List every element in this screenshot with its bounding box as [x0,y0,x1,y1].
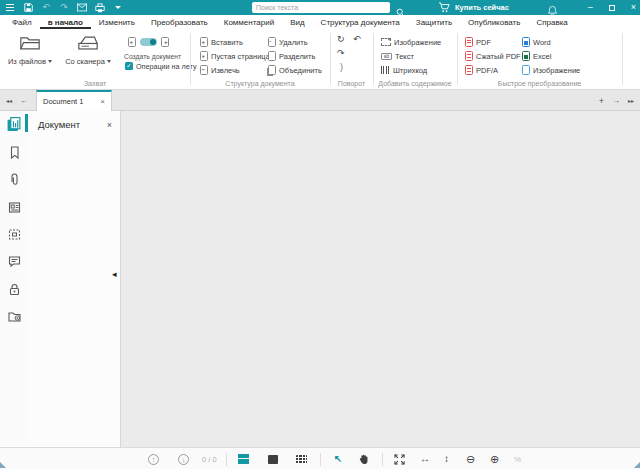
undo-icon[interactable]: ↶ [41,2,51,13]
buy-now-label: Купить сейчас [455,3,509,12]
add-barcode-button[interactable]: Штрихкод [381,64,427,76]
fit-width-icon[interactable]: ↔ [420,448,430,469]
sidebar-item-comments[interactable] [0,249,28,273]
rotate-right-icon[interactable]: ↷ [337,49,345,58]
continuous-view-button[interactable] [238,448,249,469]
merge-document-button[interactable]: Объединить [268,64,322,76]
menu-doc-structure[interactable]: Структура документа [313,15,408,29]
scroll-tabs-start-icon[interactable]: ◂◂ [2,97,16,104]
create-document-switch[interactable] [140,38,157,46]
checkbox-checked-icon: ✓ [125,62,133,70]
window-controls: – × [588,0,636,15]
convert-pdfa-button[interactable]: PDF/A [465,64,498,76]
resize-grip-left[interactable] [0,462,6,468]
quick-access-buttons: ↶ ↷ [5,0,123,15]
minimize-icon[interactable]: – [588,3,593,12]
menu-protect[interactable]: Защитить [408,15,460,29]
convert-compressed-pdf-button[interactable]: Сжатый PDF [465,50,521,62]
from-files-label: Из файлов [8,57,46,66]
create-document-toggle[interactable]: + + [128,36,169,48]
lock-icon [7,282,22,297]
rotate-ccw-icon[interactable]: ↶ [353,35,361,44]
menu-file[interactable]: Файл [4,15,40,29]
sidebar-item-form-fields[interactable] [0,222,28,246]
single-page-view-button[interactable] [268,448,278,469]
comment-icon [7,254,22,269]
rotate-cw-icon[interactable]: ↻ [337,35,345,44]
page-merge-icon [268,65,276,75]
document-view[interactable] [121,111,640,447]
convert-image-button[interactable]: Изображение [522,64,580,76]
compressed-pdf-file-icon [465,51,473,61]
close-window-icon[interactable]: × [631,3,636,12]
print-icon[interactable] [95,2,105,13]
fullscreen-button[interactable] [394,448,405,469]
arrow-up-icon: ↑ [148,454,159,465]
word-file-icon [522,37,530,47]
previous-page-button[interactable]: ↑ [148,448,159,469]
convert-word-button[interactable]: Word [522,36,551,48]
tab-document-1[interactable]: Document 1 × [36,90,112,111]
menu-convert[interactable]: Преобразовать [143,15,216,29]
tab-back-icon[interactable]: ← [16,96,32,105]
next-page-button[interactable]: ↓ [178,448,189,469]
sidebar-item-pages[interactable] [0,112,28,136]
buy-now-button[interactable]: Купить сейчас [438,0,509,15]
panel-close-icon[interactable]: × [107,120,112,130]
single-page-icon [268,455,278,464]
extract-page-button[interactable]: − Извлечь [200,64,240,76]
tab-forward-icon[interactable]: → [608,96,624,105]
from-scanner-button[interactable]: Со сканера [60,35,116,66]
convert-pdf-button[interactable]: PDF [465,36,491,48]
sidebar-item-document-info[interactable] [0,304,28,328]
sidebar-item-security[interactable] [0,277,28,301]
menu-icon[interactable] [5,2,15,13]
email-icon[interactable] [77,2,87,13]
resize-grip-right[interactable] [634,462,640,468]
menu-home[interactable]: в начало [40,15,91,29]
search-input[interactable] [252,2,390,13]
thumbnail-view-button[interactable] [296,448,307,469]
sidebar-item-content[interactable] [0,195,28,219]
ribbon-divider [330,33,331,85]
group-label-rotate: Поворот [330,80,373,87]
menu-publish[interactable]: Опубликовать [460,15,528,29]
arrow-down-icon: ↓ [178,454,189,465]
split-document-button[interactable]: Разделить [268,50,315,62]
maximize-icon[interactable] [609,5,615,11]
add-text-button[interactable]: ab Текст [381,50,414,62]
content-card-icon [7,200,22,215]
menu-help[interactable]: Справка [528,15,575,29]
chevron-down-icon[interactable] [113,2,123,13]
save-icon[interactable] [23,2,33,13]
from-scanner-label: Со сканера [65,57,105,66]
pages-icon [6,116,22,132]
zoom-out-icon[interactable]: ⊖ [466,448,475,469]
sidebar-item-bookmarks[interactable] [0,140,28,164]
fullscreen-icon [394,454,405,465]
hand-tool-button[interactable] [358,448,369,469]
tab-close-icon[interactable]: × [100,97,105,106]
from-files-button[interactable]: Из файлов [4,35,56,66]
redo-icon[interactable]: ↷ [59,2,69,13]
select-tool-button[interactable]: ↖ [334,448,342,469]
convert-excel-button[interactable]: Excel [522,50,551,62]
sidebar-item-attachments[interactable] [0,167,28,191]
insert-page-button[interactable]: + Вставить [200,36,243,48]
group-label-doc-structure: Структура документа [190,80,330,87]
add-image-button[interactable]: + Изображение [381,36,441,48]
zoom-in-icon[interactable]: ⊕ [490,448,499,469]
menu-view[interactable]: Вид [282,15,312,29]
scroll-tabs-end-icon[interactable]: ▸▸ [624,97,638,104]
menu-edit[interactable]: Изменить [91,15,143,29]
on-the-fly-checkbox[interactable]: ✓ Операции на лету [125,60,197,72]
panel-collapse-icon[interactable]: ◂ [112,270,117,279]
image-icon: + [381,38,391,46]
rotate-arc-icon[interactable]: ) [340,63,343,72]
menu-comment[interactable]: Комментарий [216,15,282,29]
fit-height-icon[interactable]: ↕ [444,448,449,469]
new-tab-icon[interactable]: + [595,96,608,106]
delete-page-button[interactable]: ▪ Удалить [268,36,308,48]
document-panel: Документ × [28,111,121,447]
blank-page-button[interactable]: + Пустая страница [200,50,270,62]
